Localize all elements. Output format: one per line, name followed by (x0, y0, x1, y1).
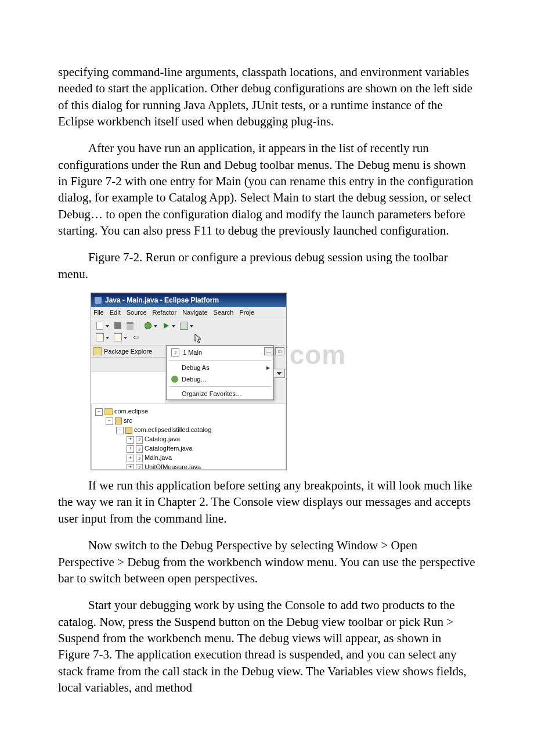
save-button[interactable] (113, 321, 123, 331)
tree-src[interactable]: src (124, 417, 132, 424)
paragraph: specifying command-line arguments, class… (58, 64, 476, 129)
package-explorer-icon (93, 347, 102, 355)
nav-forward-button[interactable] (113, 332, 123, 343)
external-tools-button[interactable] (179, 321, 189, 331)
tree-project[interactable]: com.eclipse (114, 408, 148, 415)
new-button[interactable] (95, 321, 105, 331)
menu-search[interactable]: Search (214, 309, 234, 316)
paragraph: If we run this application before settin… (58, 477, 476, 527)
debug-dropdown-menu: J 1 Main Debug As Debug… (166, 345, 274, 400)
bug-icon (171, 376, 178, 383)
paragraph: After you have run an application, it ap… (58, 140, 476, 239)
menu-refactor[interactable]: Refactor (153, 309, 177, 316)
java-file-icon: J (136, 464, 143, 470)
tree-package[interactable]: com.eclipsedistilled.catalog (134, 426, 211, 433)
eclipse-window: Java - Main.java - Eclipse Platform File… (91, 293, 287, 470)
nav-back-button[interactable] (95, 332, 105, 343)
package-explorer-label: Package Explore (104, 348, 152, 355)
nav-last-button[interactable]: ⇦ (131, 332, 141, 343)
debug-config-menu[interactable]: Debug… (167, 373, 273, 385)
menubar[interactable]: File Edit Source Refactor Navigate Searc… (91, 307, 286, 318)
menu-file[interactable]: File (93, 309, 104, 316)
run-button[interactable] (161, 321, 171, 331)
debug-recent-main[interactable]: J 1 Main (167, 346, 273, 359)
workbench-body: Package Explore — □ J 1 Main (91, 345, 286, 404)
package-explorer-title[interactable]: Package Explore (91, 345, 165, 358)
menu-navigate[interactable]: Navigate (182, 309, 207, 316)
java-file-icon: J (136, 436, 143, 444)
paragraph: Start your debugging work by using the C… (58, 597, 476, 696)
toolbar-row-1 (91, 318, 286, 332)
tree-file-catalog[interactable]: Catalog.java (145, 435, 180, 442)
menu-edit[interactable]: Edit (110, 309, 121, 316)
print-button[interactable] (125, 321, 135, 331)
maximize-icon[interactable]: □ (275, 347, 284, 355)
window-titlebar: Java - Main.java - Eclipse Platform (91, 294, 286, 307)
figure-caption: Figure 7-2. Rerun or configure a previou… (58, 249, 476, 282)
package-explorer-tree[interactable]: −com.eclipse −src −com.eclipsedistilled.… (91, 404, 286, 470)
window-title: Java - Main.java - Eclipse Platform (105, 296, 219, 304)
editor-area: — □ J 1 Main Debug As (166, 345, 286, 404)
toolbar-separator (139, 321, 139, 331)
java-file-icon: J (136, 455, 143, 462)
java-app-icon: J (171, 348, 179, 357)
organize-favorites-label: Organize Favorites… (182, 390, 242, 397)
toolbar-row-2: ⇦ (91, 332, 286, 345)
eclipse-icon (95, 297, 102, 304)
organize-favorites-menu[interactable]: Organize Favorites… (167, 388, 273, 399)
debug-as-menu[interactable]: Debug As (167, 362, 273, 373)
paragraph: Now switch to the Debug Perspective by s… (58, 537, 476, 586)
java-file-icon: J (136, 445, 143, 453)
menu-project[interactable]: Proje (239, 309, 254, 316)
tree-file-catalogitem[interactable]: CatalogItem.java (145, 445, 193, 452)
debug-as-label: Debug As (182, 364, 210, 371)
debug-button[interactable] (143, 321, 153, 331)
menu-source[interactable]: Source (127, 309, 147, 316)
tree-file-main[interactable]: Main.java (145, 454, 172, 461)
tree-file-unitofmeasure[interactable]: UnitOfMeasure.java (145, 463, 201, 470)
view-menu-dropdown[interactable] (273, 369, 285, 378)
debug-recent-main-label: 1 Main (183, 349, 202, 356)
package-explorer-column: Package Explore (91, 345, 166, 404)
debug-config-label: Debug… (182, 376, 207, 383)
figure-7-2: www.bdocx.com Java - Main.java - Eclipse… (91, 293, 287, 470)
